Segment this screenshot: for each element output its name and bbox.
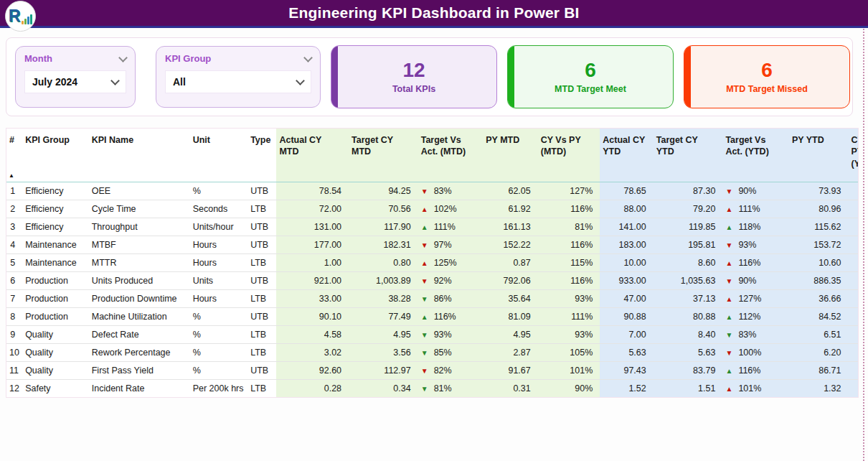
cell-actual_ytd: 88.00 [600,200,653,218]
cell-target_ytd: 79.20 [654,200,723,218]
col-header-type[interactable]: Type [247,129,276,182]
col-header-tva_mtd[interactable]: Target Vs Act. (MTD) [418,129,483,182]
target-vs-actual-pct: 83% [738,330,756,340]
cell-tva_mtd: ▼85% [418,344,483,362]
cell-name: Defect Rate [89,326,190,344]
table-row[interactable]: 1EfficiencyOEE%UTB78.5494.25▼83%62.05127… [6,182,859,200]
chevron-down-icon[interactable] [118,53,128,62]
table-row[interactable]: 9QualityDefect Rate%LTB4.584.95▼93%4.959… [6,326,859,344]
page-edge-dotted-border [863,29,864,461]
cell-type: LTB [247,326,276,344]
cell-actual_mtd: 72.00 [276,200,349,218]
trend-up-icon: ▲ [725,385,735,393]
col-header-group[interactable]: KPI Group [22,129,89,182]
cell-cvp_ytd [849,344,859,362]
cell-name: OEE [89,182,190,200]
trend-down-icon: ▼ [725,331,735,339]
cell-name: Production Downtime [89,290,190,308]
cell-tva_mtd: ▼86% [418,290,483,308]
table-row[interactable]: 5MaintenanceMTTRHoursLTB1.000.80▲125%0.8… [6,254,859,272]
col-header-cvp_mtd[interactable]: CY Vs PY (MTD) [538,129,600,182]
cell-actual_mtd: 921.00 [276,272,349,290]
cell-cvp_mtd: 111% [538,308,600,326]
mtd-target-missed-card: 6 MTD Target Missed [684,45,850,108]
cell-py_mtd: 152.22 [483,236,537,254]
cell-name: Cycle Time [89,200,190,218]
cell-actual_mtd: 0.28 [276,380,349,398]
kpi-group-filter-dropdown[interactable]: All [165,70,311,93]
total-kpis-value: 12 [402,60,425,80]
title-bar: R Engineering KPI Dashboard in Power BI [0,0,868,28]
cell-name: MTBF [89,236,190,254]
month-filter-value: July 2024 [32,76,77,88]
trend-down-icon: ▼ [421,349,431,357]
cell-actual_mtd: 3.02 [276,344,349,362]
col-header-target_ytd[interactable]: Target CY YTD [654,129,723,182]
cell-actual_ytd: 1.52 [600,380,653,398]
cell-unit: Hours [190,236,248,254]
page-title: Engineering KPI Dashboard in Power BI [288,4,579,22]
cell-py_mtd: 2.87 [483,344,537,362]
cell-tva_mtd: ▲111% [418,218,483,236]
cell-target_ytd: 80.88 [654,308,723,326]
cell-cvp_ytd [849,254,859,272]
cell-actual_ytd: 183.00 [600,236,653,254]
col-header-tva_ytd[interactable]: Target Vs Act. (YTD) [722,129,789,182]
table-row[interactable]: 4MaintenanceMTBFHoursUTB177.00182.31▼97%… [6,236,859,254]
col-header-num[interactable]: #▲ [6,129,22,182]
table-row[interactable]: 6ProductionUnits ProducedUnitsUTB921.001… [6,272,859,290]
trend-down-icon: ▼ [725,277,735,285]
cell-num: 6 [6,272,22,290]
cell-target_mtd: 77.49 [349,308,418,326]
cell-cvp_ytd [849,308,859,326]
cell-group: Quality [22,344,89,362]
col-header-py_ytd[interactable]: PY YTD [789,129,849,182]
cell-py_ytd: 153.72 [789,236,849,254]
col-header-actual_mtd[interactable]: Actual CY MTD [276,129,349,182]
month-filter-label: Month [24,53,52,64]
target-vs-actual-pct: 116% [434,312,456,322]
table-row[interactable]: 12SafetyIncident RatePer 200k hrsLTB0.28… [6,380,859,398]
col-header-unit[interactable]: Unit [190,129,248,182]
target-vs-actual-pct: 116% [738,365,760,376]
cell-py_ytd: 115.62 [789,218,849,236]
col-header-name[interactable]: KPI Name [89,129,190,182]
cell-group: Maintenance [22,236,89,254]
cell-py_mtd: 4.95 [483,326,537,344]
cell-tva_mtd: ▼82% [418,362,483,380]
table-row[interactable]: 11QualityFirst Pass Yield%UTB92.60112.97… [6,362,859,380]
trend-down-icon: ▼ [421,331,431,339]
col-header-cvp_ytd[interactable]: CY Vs PY (YTD) [849,129,859,182]
company-logo: R [5,1,36,32]
cell-actual_ytd: 933.00 [600,272,653,290]
col-header-actual_ytd[interactable]: Actual CY YTD [600,129,653,182]
cell-actual_ytd: 47.00 [600,290,653,308]
chevron-down-icon [110,76,120,85]
cell-actual_mtd: 177.00 [276,236,349,254]
cell-target_ytd: 5.63 [654,344,723,362]
table-row[interactable]: 3EfficiencyThroughputUnits/hourUTB131.00… [6,218,859,236]
table-row[interactable]: 8ProductionMachine Utilization%UTB90.107… [6,308,859,326]
card-accent-bar [684,46,691,108]
cell-target_mtd: 0.34 [349,380,418,398]
table-row[interactable]: 10QualityRework Percentage%LTB3.023.56▼8… [6,344,859,362]
cell-actual_ytd: 78.65 [600,182,653,200]
target-vs-actual-pct: 102% [434,204,457,214]
table-row[interactable]: 2EfficiencyCycle TimeSecondsLTB72.0070.5… [6,200,859,218]
cell-type: UTB [247,236,276,254]
cell-group: Efficiency [22,200,89,218]
cell-cvp_mtd: 115% [538,254,600,272]
col-header-target_mtd[interactable]: Target CY MTD [349,129,418,182]
target-vs-actual-pct: 90% [738,276,756,286]
table-row[interactable]: 7ProductionProduction DowntimeHoursLTB33… [6,290,859,308]
trend-down-icon: ▼ [725,349,735,357]
chevron-down-icon[interactable] [303,53,313,62]
cell-actual_ytd: 97.43 [600,362,653,380]
col-header-py_mtd[interactable]: PY MTD [483,129,537,182]
month-filter-dropdown[interactable]: July 2024 [24,70,126,93]
cell-py_ytd: 36.66 [789,290,849,308]
cell-py_ytd: 6.20 [789,344,849,362]
cell-target_ytd: 87.30 [654,182,723,200]
cell-num: 4 [6,236,22,254]
cell-actual_mtd: 33.00 [276,290,349,308]
